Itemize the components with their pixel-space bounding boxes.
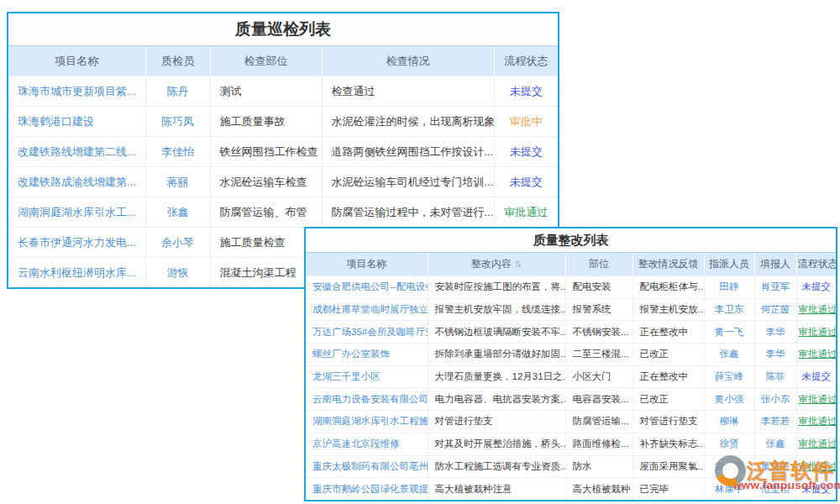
inspector-link[interactable]: 余小琴 bbox=[145, 228, 210, 258]
project-name-link[interactable]: 重庆市鹅岭公园绿化景观提升... bbox=[306, 478, 428, 500]
rectify-feedback: 对管进行垫支 bbox=[633, 411, 704, 433]
inspection-situation: 防腐管运输过程中，未对管进行... bbox=[322, 197, 494, 228]
rectify-content: 对其及时开展整治措施，桥头... bbox=[428, 433, 565, 455]
watermark-url-text: www.fanpusoft.com bbox=[732, 479, 840, 491]
column-header-content[interactable]: 整改内容⇅ bbox=[428, 253, 565, 276]
project-name-link[interactable]: 湖南洞庭湖水库引水工程施工标 bbox=[306, 411, 428, 433]
filler-link[interactable]: 陈菲 bbox=[754, 365, 796, 388]
project-name-link[interactable]: 长春市伊通河水力发电... bbox=[8, 228, 145, 258]
rectify-feedback: 屋面采用聚氯... bbox=[633, 455, 704, 478]
filler-link[interactable]: 张鑫 bbox=[754, 433, 796, 455]
column-header-label: 项目名称 bbox=[55, 55, 98, 67]
table-row[interactable]: 湖南洞庭湖水库引水工...张鑫防腐管运输、布管防腐管运输过程中，未对管进行...… bbox=[8, 197, 558, 228]
filler-link[interactable]: 李若若 bbox=[754, 411, 796, 433]
table-row[interactable]: 龙湖三千里小区大理石质量更换，12月31日之...小区大门正在整改中薛宝峰陈菲未… bbox=[306, 365, 836, 388]
table-row[interactable]: 珠海市城市更新项目紫...陈丹测试检查通过未提交 bbox=[8, 76, 558, 107]
rectify-content: 安装时应按施工图的布置，将... bbox=[428, 276, 565, 299]
inspection-part: 施工质量事故 bbox=[210, 107, 322, 137]
table-row[interactable]: 螺丝厂办公室装饰拆除到承重墙部分请做好加固...二至三楼混...已改正张鑫李华审… bbox=[306, 344, 836, 366]
column-header-label: 部位 bbox=[589, 258, 609, 270]
filler-link[interactable]: 张小东 bbox=[754, 388, 796, 411]
table-row[interactable]: 云南电力设备安装有限公司20...电力电容器、电抗器安装方案,...电容器安装.… bbox=[306, 388, 836, 411]
project-name-link[interactable]: 珠海鹤港口建设 bbox=[8, 107, 145, 137]
assignee-link[interactable]: 柳琳 bbox=[704, 411, 754, 433]
assignee-link[interactable]: 黄小强 bbox=[704, 388, 754, 411]
inspector-link[interactable]: 蒋丽 bbox=[145, 167, 210, 197]
assignee-link[interactable]: 黄一飞 bbox=[704, 321, 754, 344]
rectify-content: 电力电容器、电抗器安装方案,... bbox=[428, 388, 565, 411]
status-text[interactable]: 审批通过 bbox=[494, 197, 558, 228]
rectify-content: 防水工程施工选调有专业资质... bbox=[428, 455, 565, 478]
status-text[interactable]: 未提交 bbox=[494, 76, 558, 107]
sort-icon[interactable]: ⇅ bbox=[515, 260, 522, 269]
table-row[interactable]: 湖南洞庭湖水库引水工程施工标对管进行垫支防腐管运输...对管进行垫支柳琳李若若审… bbox=[306, 411, 836, 433]
assignee-link[interactable]: 李卫东 bbox=[704, 298, 754, 321]
project-name-link[interactable]: 螺丝厂办公室装饰 bbox=[306, 344, 428, 366]
status-text[interactable]: 审批通过 bbox=[796, 433, 836, 455]
inspector-link[interactable]: 陈丹 bbox=[145, 76, 210, 107]
rectify-feedback: 正在整改中 bbox=[633, 365, 704, 388]
column-header-label: 检查部位 bbox=[244, 55, 288, 67]
status-text[interactable]: 审批通过 bbox=[796, 321, 836, 344]
rectify-content: 大理石质量更换，12月31日之... bbox=[428, 365, 565, 388]
inspector-link[interactable]: 陈巧凤 bbox=[145, 107, 210, 137]
inspection-situation: 检查通过 bbox=[322, 76, 494, 107]
status-text[interactable]: 未提交 bbox=[796, 276, 836, 299]
project-name-link[interactable]: 安徽合肥供电公司--配电设备... bbox=[306, 276, 428, 299]
rectify-part: 报警系统 bbox=[565, 298, 633, 321]
table-row[interactable]: 安徽合肥供电公司--配电设备...安装时应按施工图的布置，将...配电安装配电柜… bbox=[306, 276, 836, 299]
project-name-link[interactable]: 改建铁路线增建第二线... bbox=[8, 137, 145, 167]
assignee-link[interactable]: 田静 bbox=[704, 276, 754, 299]
status-text[interactable]: 未提交 bbox=[796, 365, 836, 388]
rectify-feedback: 补齐缺失标志... bbox=[633, 433, 704, 455]
column-header-part: 检查部位 bbox=[210, 46, 322, 76]
project-name-link[interactable]: 万达广场35#会所及咖啡厅空... bbox=[306, 321, 428, 344]
status-text[interactable]: 审批通过 bbox=[796, 298, 836, 321]
status-text[interactable]: 审批通过 bbox=[796, 411, 836, 433]
inspector-link[interactable]: 张鑫 bbox=[145, 197, 210, 228]
column-header-label: 项目名称 bbox=[346, 258, 386, 270]
table-row[interactable]: 改建铁路成渝线增建第...蒋丽水泥砼运输车检查水泥砼运输车司机经过专门培训...… bbox=[8, 167, 558, 197]
project-name-link[interactable]: 龙湖三千里小区 bbox=[306, 365, 428, 388]
table-row[interactable]: 京沪高速北京段维修对其及时开展整治措施，桥头...路面维修检...补齐缺失标志.… bbox=[306, 433, 836, 455]
column-header-part: 部位 bbox=[565, 253, 633, 276]
table-row[interactable]: 成都杜甫草堂临时展厅独立展...报警主机安放牢固，线缆连接...报警系统报警主机… bbox=[306, 298, 836, 321]
rectify-part: 防水 bbox=[565, 455, 633, 478]
column-header-label: 流程状态 bbox=[504, 55, 548, 67]
filler-link[interactable]: 李华 bbox=[754, 344, 796, 366]
rectify-feedback: 报警主机安放... bbox=[633, 298, 704, 321]
project-name-link[interactable]: 珠海市城市更新项目紫... bbox=[8, 76, 145, 107]
status-text[interactable]: 未提交 bbox=[494, 137, 558, 167]
assignee-link[interactable]: 薛宝峰 bbox=[704, 365, 754, 388]
column-header-label: 整改内容 bbox=[471, 258, 512, 270]
vendor-watermark: 泛普软件 www.fanpusoft.com bbox=[715, 455, 840, 491]
project-name-link[interactable]: 云南电力设备安装有限公司20... bbox=[306, 388, 428, 411]
project-name-link[interactable]: 成都杜甫草堂临时展厅独立展... bbox=[306, 298, 428, 321]
assignee-link[interactable]: 徐贤 bbox=[704, 433, 754, 455]
column-header-assignee: 指派人员 bbox=[704, 253, 754, 276]
filler-link[interactable]: 何芷茵 bbox=[754, 298, 796, 321]
table-row[interactable]: 改建铁路线增建第二线...李佳怡铁丝网围挡工作检查道路两侧铁丝网围挡工作按设计.… bbox=[8, 137, 558, 167]
assignee-link[interactable]: 张鑫 bbox=[704, 344, 754, 366]
inspector-link[interactable]: 游恢 bbox=[145, 258, 210, 288]
rectification-header-row: 项目名称整改内容⇅部位整改情况反馈指派人员填报人流程状态 bbox=[306, 253, 836, 276]
project-name-link[interactable]: 重庆太极制药有限公司亳州中... bbox=[306, 455, 428, 478]
rectify-content: 报警主机安放牢固，线缆连接... bbox=[428, 298, 565, 321]
filler-link[interactable]: 肖亚军 bbox=[754, 276, 796, 299]
project-name-link[interactable]: 云南水利枢纽潜明水库... bbox=[8, 258, 145, 288]
rectify-part: 路面维修检... bbox=[565, 433, 633, 455]
rectify-content: 拆除到承重墙部分请做好加固... bbox=[428, 344, 565, 366]
project-name-link[interactable]: 京沪高速北京段维修 bbox=[306, 433, 428, 455]
status-text[interactable]: 未提交 bbox=[494, 167, 558, 197]
filler-link[interactable]: 李华 bbox=[754, 321, 796, 344]
status-text[interactable]: 审批通过 bbox=[796, 388, 836, 411]
project-name-link[interactable]: 改建铁路成渝线增建第... bbox=[8, 167, 145, 197]
table-row[interactable]: 万达广场35#会所及咖啡厅空...不锈钢边框玻璃隔断安装不牢...不锈钢安装..… bbox=[306, 321, 836, 344]
project-name-link[interactable]: 湖南洞庭湖水库引水工... bbox=[8, 197, 145, 228]
column-header-inspector: 质检员 bbox=[145, 46, 210, 76]
status-text[interactable]: 审批通过 bbox=[796, 344, 836, 366]
inspection-situation: 道路两侧铁丝网围挡工作按设计... bbox=[322, 137, 494, 167]
table-row[interactable]: 珠海鹤港口建设陈巧凤施工质量事故水泥砼灌注的时候，出现离析现象审批中 bbox=[8, 107, 558, 137]
inspector-link[interactable]: 李佳怡 bbox=[145, 137, 210, 167]
status-text[interactable]: 审批中 bbox=[494, 107, 558, 137]
